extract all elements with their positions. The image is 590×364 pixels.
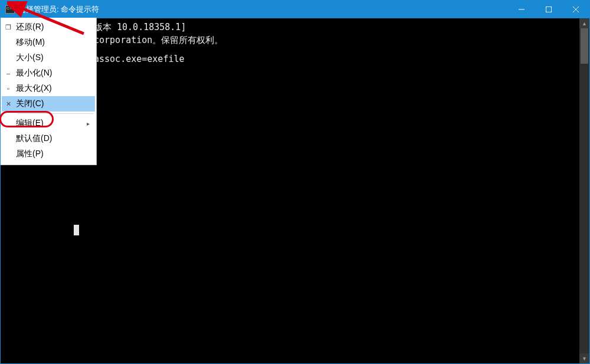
menu-item-label: 关闭(C) xyxy=(15,99,84,109)
minimize-icon xyxy=(519,6,525,12)
menu-item-label: 最大化(X) xyxy=(15,83,84,94)
menu-item-label: 大小(S) xyxy=(15,53,84,63)
menu-item[interactable]: ❐还原(R) xyxy=(2,19,95,35)
menu-item-label: 默认值(D) xyxy=(15,133,84,144)
system-menu: ❐还原(R)移动(M)大小(S)–最小化(N)▫最大化(X)✕关闭(C)编辑(E… xyxy=(1,18,97,165)
restore-icon: ❐ xyxy=(2,24,15,31)
close-button[interactable] xyxy=(562,1,589,18)
menu-separator xyxy=(17,113,94,114)
minimize-button[interactable] xyxy=(508,1,535,18)
menu-item-label: 属性(P) xyxy=(15,149,84,159)
console-line: 版本 10.0.18358.1] xyxy=(94,21,186,34)
close-icon xyxy=(573,6,579,12)
menu-item-label: 最小化(N) xyxy=(15,68,84,78)
menu-item-label: 编辑(E) xyxy=(15,118,84,129)
menu-item[interactable]: –最小化(N) xyxy=(2,65,95,81)
cmd-icon[interactable] xyxy=(5,5,15,14)
scroll-down-button[interactable]: ▼ xyxy=(579,353,589,363)
menu-item[interactable]: 默认值(D) xyxy=(2,131,95,146)
maximize-button[interactable] xyxy=(535,1,562,18)
menu-item[interactable]: 移动(M) xyxy=(2,35,95,50)
text-cursor xyxy=(74,225,79,235)
console-line: assoc.exe=exefile xyxy=(94,53,185,65)
minimize-icon: – xyxy=(2,70,15,77)
maximize-icon: ▫ xyxy=(2,85,15,92)
command-prompt-window: 选择管理员: 命令提示符 版本 10.0.18358.1] corporatio… xyxy=(0,0,590,364)
scroll-up-button[interactable]: ▲ xyxy=(579,18,589,28)
menu-item-label: 还原(R) xyxy=(15,22,84,32)
maximize-icon xyxy=(546,6,552,12)
menu-item[interactable]: ✕关闭(C) xyxy=(2,96,95,112)
window-title: 选择管理员: 命令提示符 xyxy=(18,4,99,15)
menu-item[interactable]: 属性(P) xyxy=(2,146,95,162)
menu-item[interactable]: 大小(S) xyxy=(2,50,95,65)
console-line: corporation。保留所有权利。 xyxy=(94,34,223,47)
menu-item[interactable]: 编辑(E)▸ xyxy=(2,116,95,131)
titlebar[interactable]: 选择管理员: 命令提示符 xyxy=(1,1,589,18)
submenu-arrow-icon: ▸ xyxy=(84,120,91,127)
menu-item-label: 移动(M) xyxy=(15,37,84,48)
menu-item[interactable]: ▫最大化(X) xyxy=(2,81,95,96)
svg-rect-1 xyxy=(546,7,552,12)
scroll-thumb[interactable] xyxy=(581,28,588,64)
vertical-scrollbar[interactable]: ▲ ▼ xyxy=(579,18,589,363)
close-icon: ✕ xyxy=(2,100,15,108)
